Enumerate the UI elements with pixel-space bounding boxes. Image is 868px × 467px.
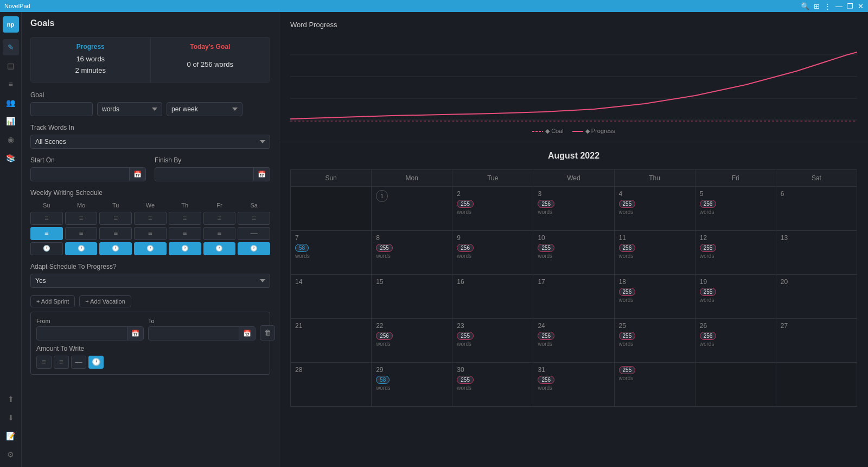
cell-date: 30: [457, 366, 528, 374]
sidebar: np ✎ ▤ ≡ 👥 📊 ◉ 📚 ⬆ ⬇ 📝 ⚙: [0, 12, 22, 467]
menu-icon[interactable]: ⋮: [824, 2, 831, 10]
sprint-to-label: To: [148, 318, 256, 324]
finish-by-calendar-icon[interactable]: 📅: [253, 168, 270, 181]
schedule-r2-we[interactable]: ≡: [134, 227, 167, 240]
schedule-r1-tu[interactable]: ≡: [99, 212, 132, 225]
app-layout: np ✎ ▤ ≡ 👥 📊 ◉ 📚 ⬆ ⬇ 📝 ⚙ Goals Progress …: [0, 12, 868, 467]
chart-legend: ◆ Coal ◆ Progress: [290, 128, 857, 135]
app-logo: np: [3, 16, 19, 33]
sidebar-item-import[interactable]: ⬇: [3, 409, 19, 426]
schedule-r1-we[interactable]: ≡: [134, 212, 167, 225]
schedule-r1-fr[interactable]: ≡: [203, 212, 236, 225]
sprint-dates-row: From 08/13/2022 📅 To 08/17/2022 📅 �: [36, 318, 264, 340]
goal-period-select[interactable]: per week per day per month: [167, 102, 242, 116]
amount-btn-4[interactable]: 🕐: [88, 356, 104, 369]
schedule-r3-th[interactable]: 🕐: [169, 242, 201, 255]
close-icon[interactable]: ✕: [858, 2, 864, 10]
schedule-r1-mo[interactable]: ≡: [65, 212, 98, 225]
calendar-day-header: Sat: [776, 170, 857, 186]
add-sprint-button[interactable]: + Add Sprint: [30, 295, 75, 307]
cell-date: 3: [538, 190, 609, 198]
cell-date: 5: [700, 190, 771, 198]
sidebar-item-settings[interactable]: ⚙: [3, 446, 19, 463]
sidebar-item-document[interactable]: ▤: [3, 58, 19, 74]
schedule-r3-sa[interactable]: 🕐: [238, 242, 270, 255]
sidebar-item-pin[interactable]: ◉: [3, 131, 19, 148]
sidebar-item-people[interactable]: 👥: [3, 94, 19, 111]
legend-progress: ◆ Progress: [572, 128, 615, 135]
sprint-to-input[interactable]: 08/17/2022: [149, 327, 239, 340]
goal-unit-select[interactable]: words pages hours: [97, 102, 162, 116]
start-on-calendar-icon[interactable]: 📅: [129, 168, 145, 181]
schedule-r2-fr[interactable]: ≡: [203, 227, 236, 240]
cell-label: words: [700, 209, 771, 215]
extension-icon[interactable]: ⊞: [814, 2, 820, 10]
calendar-cell: 5256words: [695, 187, 776, 230]
cell-date: 6: [781, 190, 852, 198]
calendar-cell: 1: [372, 187, 452, 230]
word-badge: 255: [376, 244, 393, 252]
word-badge: 256: [619, 288, 636, 296]
calendar-cell: 758words: [291, 231, 371, 274]
progress-section: Progress 16 words 2 minutes Today's Goal…: [30, 37, 270, 83]
schedule-r1-su[interactable]: ≡: [30, 212, 63, 225]
sidebar-item-list[interactable]: ≡: [3, 76, 19, 92]
add-vacation-button[interactable]: + Add Vacation: [79, 295, 131, 307]
schedule-r2-th[interactable]: ≡: [169, 227, 201, 240]
sidebar-item-graph[interactable]: 📊: [3, 113, 19, 129]
calendar-cell: 13: [776, 231, 857, 274]
cell-label: words: [700, 297, 771, 303]
sprint-from-input[interactable]: 08/13/2022: [37, 327, 127, 340]
cell-date: 24: [538, 322, 609, 330]
schedule-r1-sa[interactable]: ≡: [238, 212, 270, 225]
word-badge: 255: [700, 244, 717, 252]
schedule-r3-su[interactable]: 🕐: [30, 242, 63, 255]
sidebar-item-pen[interactable]: ✎: [3, 39, 19, 55]
minimize-icon[interactable]: —: [835, 2, 843, 10]
calendar-cell: 3256words: [533, 187, 614, 230]
word-badge: 255: [619, 200, 636, 208]
word-badge: 256: [700, 332, 717, 340]
word-badge: 256: [700, 200, 717, 208]
search-icon[interactable]: 🔍: [801, 2, 809, 10]
restore-icon[interactable]: ❐: [847, 2, 853, 10]
schedule-r3-tu[interactable]: 🕐: [99, 242, 132, 255]
schedule-r3-mo[interactable]: 🕐: [65, 242, 98, 255]
schedule-r2-tu[interactable]: ≡: [99, 227, 132, 240]
amount-btn-1[interactable]: ≡: [36, 356, 52, 369]
sprint-delete-button[interactable]: 🗑: [260, 325, 275, 340]
schedule-r2-sa[interactable]: —: [238, 227, 270, 240]
amount-btn-2[interactable]: ≡: [54, 356, 69, 369]
sprint-to-cal-icon[interactable]: 📅: [239, 327, 255, 340]
cell-label: words: [700, 341, 771, 347]
schedule-r1-th[interactable]: ≡: [169, 212, 201, 225]
cell-label: words: [619, 209, 691, 215]
sidebar-item-book[interactable]: 📚: [3, 150, 19, 166]
amount-btn-3[interactable]: —: [71, 356, 86, 369]
cell-date: 13: [781, 234, 852, 242]
adapt-schedule-select[interactable]: Yes No: [30, 274, 270, 288]
chart-container: Aug 8 '22 Aug 16 '22 Aug 31 '22: [290, 33, 857, 125]
goal-section: Goal 1500 words pages hours per week per…: [30, 91, 270, 116]
window-controls[interactable]: 🔍 ⊞ ⋮ — ❐ ✕: [801, 2, 864, 10]
sidebar-item-export[interactable]: ⬆: [3, 391, 19, 407]
goal-amount-input[interactable]: 1500: [30, 102, 93, 116]
schedule-r2-mo[interactable]: ≡: [65, 227, 98, 240]
day-sa: Sa: [238, 201, 270, 210]
cell-date: 7: [295, 234, 367, 242]
schedule-r3-we[interactable]: 🕐: [134, 242, 167, 255]
start-on-input[interactable]: 08/01/2022: [31, 168, 129, 181]
schedule-r3-fr[interactable]: 🕐: [203, 242, 236, 255]
todays-goal-title: Today's Goal: [157, 43, 264, 51]
cell-date: 19: [700, 278, 771, 286]
finish-by-wrapper: 08/31/2022 📅: [155, 167, 270, 181]
sprint-from-label: From: [36, 318, 144, 324]
sprint-from-cal-icon[interactable]: 📅: [127, 327, 143, 340]
cell-label: words: [376, 385, 448, 391]
finish-by-input[interactable]: 08/31/2022: [155, 168, 253, 181]
cell-date: 15: [376, 278, 448, 286]
track-words-select[interactable]: All Scenes Current Scene: [30, 135, 270, 149]
calendar-cell: 8255words: [372, 231, 452, 274]
sidebar-item-note[interactable]: 📝: [3, 428, 19, 444]
schedule-r2-su[interactable]: ≡: [30, 227, 63, 240]
